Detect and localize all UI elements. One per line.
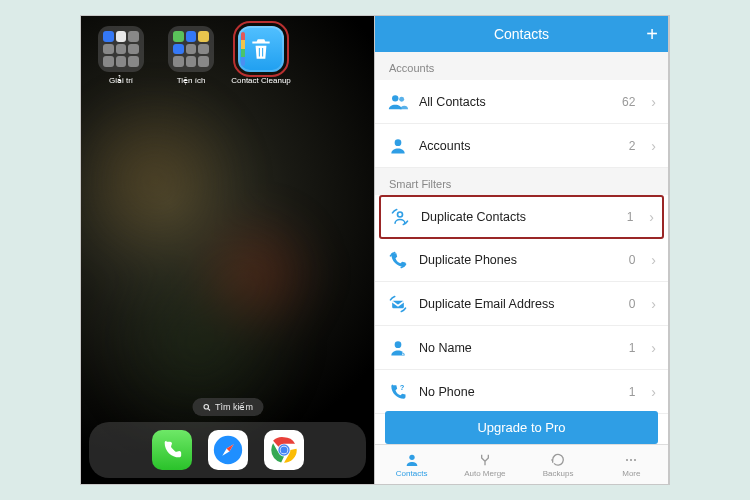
row-all-contacts[interactable]: All Contacts 62 › [375,80,668,124]
row-duplicate-phones[interactable]: Duplicate Phones 0 › [375,238,668,282]
tutorial-frame: Giải trí Tiện ích Contact Cleanup [80,15,670,485]
people-icon [387,91,409,113]
backup-tab-icon [550,452,566,468]
svg-point-8 [280,446,287,453]
dock-safari-app[interactable] [208,430,248,470]
svg-line-1 [208,408,210,410]
chevron-right-icon: › [651,94,656,110]
folder-label: Tiện ích [159,76,223,85]
row-accounts[interactable]: Accounts 2 › [375,124,668,168]
folder-utilities[interactable]: Tiện ích [159,26,223,85]
chrome-icon [267,433,301,467]
section-smart-header: Smart Filters [375,168,668,196]
person-icon [387,135,409,157]
contacts-app: Contacts + Accounts All Contacts 62 › Ac… [375,16,669,484]
chevron-right-icon: › [649,209,654,225]
chevron-right-icon: › [651,296,656,312]
section-accounts-header: Accounts [375,52,668,80]
svg-point-12 [398,212,403,217]
app-label: Contact Cleanup [229,76,293,85]
home-apps-row: Giải trí Tiện ích Contact Cleanup [81,26,374,85]
svg-point-10 [399,96,404,101]
contacts-tab-icon [404,452,420,468]
phone-icon [161,439,183,461]
tab-automerge[interactable]: Auto Merge [448,445,521,484]
tab-backups[interactable]: Backups [522,445,595,484]
svg-point-0 [204,404,209,409]
nav-title: Contacts [494,26,549,42]
home-screen: Giải trí Tiện ích Contact Cleanup [81,16,375,484]
tab-more[interactable]: More [595,445,668,484]
svg-point-20 [630,458,632,460]
duplicate-phone-icon [387,249,409,271]
svg-text:?: ? [400,382,405,391]
no-phone-icon: ? [387,381,409,403]
chevron-right-icon: › [651,384,656,400]
no-name-icon: ? [387,337,409,359]
content-scroll[interactable]: Accounts All Contacts 62 › Accounts 2 › … [375,52,668,484]
svg-point-19 [626,458,628,460]
search-icon [202,403,211,412]
svg-text:?: ? [401,346,406,356]
row-duplicate-contacts[interactable]: Duplicate Contacts 1 › [379,195,664,239]
chevron-right-icon: › [651,252,656,268]
svg-point-11 [395,139,402,146]
spotlight-search[interactable]: Tìm kiếm [192,398,263,416]
merge-tab-icon [477,452,493,468]
folder-label: Giải trí [89,76,153,85]
dock-phone-app[interactable] [152,430,192,470]
dock-chrome-app[interactable] [264,430,304,470]
row-duplicate-email[interactable]: Duplicate Email Address 0 › [375,282,668,326]
app-contact-cleanup[interactable]: Contact Cleanup [229,26,293,85]
dock [89,422,366,478]
nav-bar: Contacts + [375,16,668,52]
svg-point-21 [634,458,636,460]
safari-icon [211,433,245,467]
row-no-name[interactable]: ? No Name 1 › [375,326,668,370]
row-no-phone[interactable]: ? No Phone 1 › [375,370,668,414]
tab-bar: Contacts Auto Merge Backups More [375,444,668,484]
svg-point-9 [392,95,398,101]
add-contact-button[interactable]: + [646,23,658,46]
upgrade-button[interactable]: Upgrade to Pro [385,411,658,444]
tab-contacts[interactable]: Contacts [375,445,448,484]
search-label: Tìm kiếm [215,402,253,412]
duplicate-contact-icon [389,206,411,228]
more-tab-icon [623,452,639,468]
trash-icon [238,26,284,72]
chevron-right-icon: › [651,138,656,154]
svg-point-18 [409,454,414,459]
duplicate-email-icon [387,293,409,315]
folder-entertainment[interactable]: Giải trí [89,26,153,85]
chevron-right-icon: › [651,340,656,356]
